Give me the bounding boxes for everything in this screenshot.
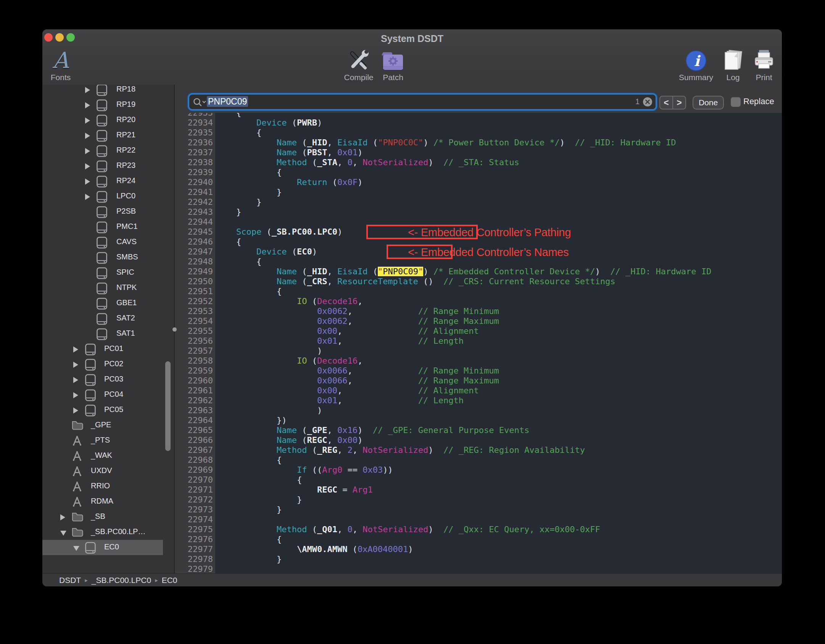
sidebar-item-GBE1[interactable]: GBE1 <box>42 296 174 311</box>
code-line: IO (Decode16, <box>216 356 782 366</box>
code-line: Name (_HID, EisaId ("PNP0C0C") /* Power … <box>216 138 782 148</box>
line-number: 22972 <box>175 495 213 505</box>
disclosure-right-icon[interactable] <box>60 514 65 520</box>
sidebar-item-RP23[interactable]: RP23 <box>42 158 174 174</box>
sidebar-item-EC0[interactable]: EC0 <box>42 540 163 555</box>
disclosure-right-icon[interactable] <box>85 179 90 185</box>
disclosure-right-icon[interactable] <box>85 194 90 200</box>
find-previous-button[interactable]: < <box>660 97 673 109</box>
disclosure-right-icon[interactable] <box>85 133 90 139</box>
search-input[interactable]: PNP0C09 1 <box>189 95 656 109</box>
method-icon <box>71 481 83 492</box>
line-number: 22959 <box>175 366 213 376</box>
sidebar-item-_WAK[interactable]: _WAK <box>42 448 174 464</box>
breadcrumb-item[interactable]: EC0 <box>162 576 177 585</box>
sidebar-item-NTPK[interactable]: NTPK <box>42 280 174 296</box>
disclosure-right-icon[interactable] <box>85 102 90 108</box>
clear-search-icon[interactable] <box>643 97 653 108</box>
toolbar-button-print[interactable]: Print <box>741 46 782 82</box>
sidebar-item-UXDV[interactable]: UXDV <box>42 464 174 479</box>
disclosure-right-icon[interactable] <box>73 362 78 368</box>
sidebar-item-PC01[interactable]: PC01 <box>42 341 174 357</box>
breadcrumb-item[interactable]: DSDT <box>59 576 81 585</box>
sidebar-item-PMC1[interactable]: PMC1 <box>42 219 174 235</box>
sidebar-item-RP18[interactable]: RP18 <box>42 85 174 97</box>
disclosure-down-icon[interactable] <box>60 531 66 536</box>
sidebar-item-PC02[interactable]: PC02 <box>42 357 174 372</box>
sidebar-item-PC04[interactable]: PC04 <box>42 387 174 402</box>
splitter-handle-dot[interactable] <box>172 327 177 332</box>
code-line: { <box>216 535 782 544</box>
sidebar-item-SAT2[interactable]: SAT2 <box>42 311 174 326</box>
sidebar-item-SPIC[interactable]: SPIC <box>42 265 174 280</box>
sidebar-item-LPC0[interactable]: LPC0 <box>42 189 174 204</box>
match-count: 1 <box>635 97 640 106</box>
line-number: 22964 <box>175 415 213 425</box>
sidebar-item-_GPE[interactable]: _GPE <box>42 418 174 433</box>
sidebar-scrollbar-thumb[interactable] <box>165 361 171 451</box>
toolbar-button-patch[interactable]: Patch <box>370 46 416 82</box>
replace-checkbox[interactable] <box>731 97 741 107</box>
sidebar-item-label: RDMA <box>91 497 113 506</box>
disclosure-right-icon[interactable] <box>85 118 90 124</box>
annotation-pathing: <- Embedded Controller’s Pathing <box>408 226 571 239</box>
done-button[interactable]: Done <box>693 96 724 109</box>
code-line: If ((Arg0 == 0x03)) <box>216 465 782 475</box>
sidebar-item-label: PC03 <box>104 375 123 383</box>
sidebar-item-RP24[interactable]: RP24 <box>42 174 174 189</box>
sidebar-item-P2SB[interactable]: P2SB <box>42 204 174 219</box>
search-icon[interactable] <box>193 97 206 109</box>
device-icon <box>96 175 108 188</box>
device-tree[interactable]: RP18RP19RP20RP21RP22RP23RP24LPC0P2SBPMC1… <box>42 85 174 557</box>
breadcrumb-item[interactable]: _SB.PC00.LPC0 <box>92 576 151 585</box>
line-number: 22948 <box>175 257 213 267</box>
line-number: 22968 <box>175 455 213 465</box>
disclosure-right-icon[interactable] <box>73 377 78 383</box>
disclosure-right-icon[interactable] <box>85 163 90 169</box>
code-line: { <box>216 455 782 465</box>
line-number: 22956 <box>175 336 213 346</box>
sidebar-item-label: RP22 <box>116 146 135 155</box>
sidebar-item-PC05[interactable]: PC05 <box>42 402 174 418</box>
method-icon <box>71 465 83 477</box>
device-icon <box>96 237 108 249</box>
code-editor[interactable]: 2293322934229352293622937229382293922940… <box>175 113 782 573</box>
status-breadcrumb: DSDT ▸ _SB.PC00.LPC0 ▸ EC0 <box>42 573 782 586</box>
sidebar-item-RP20[interactable]: RP20 <box>42 113 174 128</box>
sidebar-item-RP19[interactable]: RP19 <box>42 97 174 113</box>
sidebar-item-RRIO[interactable]: RRIO <box>42 479 174 494</box>
sidebar-item-CAVS[interactable]: CAVS <box>42 235 174 250</box>
code-line: 0x0062, // Range Minimum <box>216 306 782 316</box>
disclosure-down-icon[interactable] <box>73 546 79 551</box>
sidebar-item-SAT1[interactable]: SAT1 <box>42 326 174 341</box>
line-number: 22949 <box>175 267 213 277</box>
device-icon <box>96 114 108 127</box>
line-number: 22973 <box>175 505 213 515</box>
sidebar-item-label: SMBS <box>116 253 138 261</box>
sidebar-item-SMBS[interactable]: SMBS <box>42 250 174 265</box>
code-line: Method (_Q01, 0, NotSerialized) // _Qxx:… <box>216 525 782 535</box>
disclosure-right-icon[interactable] <box>73 346 78 353</box>
find-bar: PNP0C09 1 < > Done Replace <box>175 85 782 113</box>
sidebar-item-PC03[interactable]: PC03 <box>42 372 174 387</box>
sidebar-item-RP21[interactable]: RP21 <box>42 128 174 143</box>
sidebar-item-_SB[interactable]: _SB <box>42 509 174 525</box>
sidebar-item-RDMA[interactable]: RDMA <box>42 494 174 509</box>
line-number: 22950 <box>175 277 213 287</box>
code-line <box>216 564 782 573</box>
line-number: 22946 <box>175 237 213 247</box>
disclosure-right-icon[interactable] <box>73 392 78 398</box>
sidebar-item-RP22[interactable]: RP22 <box>42 143 174 158</box>
sidebar-item-label: RP24 <box>116 176 135 185</box>
code-line: 0x0062, // Range Maximum <box>216 316 782 326</box>
fonts-icon: A <box>42 46 84 71</box>
disclosure-right-icon[interactable] <box>73 407 78 414</box>
sidebar-item-_PTS[interactable]: _PTS <box>42 433 174 448</box>
line-number: 22978 <box>175 554 213 564</box>
disclosure-right-icon[interactable] <box>85 87 90 93</box>
find-next-button[interactable]: > <box>673 97 685 109</box>
disclosure-right-icon[interactable] <box>85 148 90 154</box>
line-number: 22941 <box>175 187 213 197</box>
toolbar-button-fonts[interactable]: A Fonts <box>42 46 84 82</box>
sidebar-item-_SB.PC00.LP[interactable]: _SB.PC00.LP… <box>42 525 174 540</box>
